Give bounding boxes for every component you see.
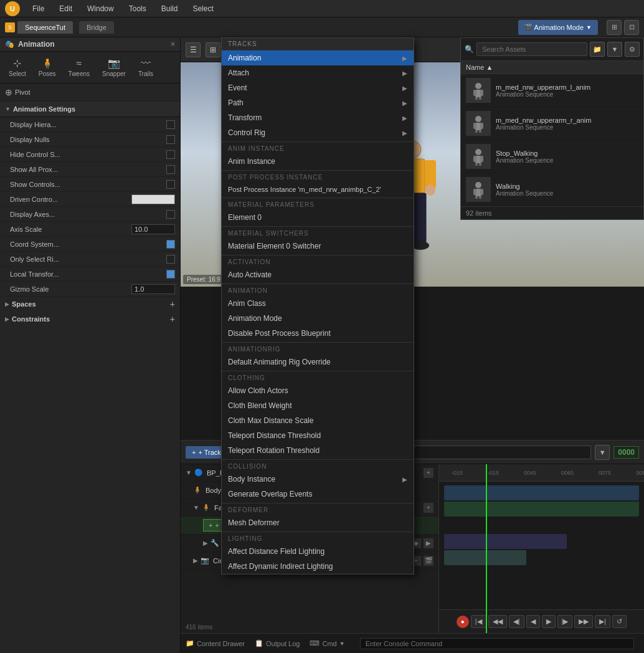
menu-teleport-rotation[interactable]: Teleport Rotation Threshold bbox=[222, 443, 414, 458]
gizmo-scale-input[interactable] bbox=[131, 284, 175, 294]
body-instance-arrow: ▶ bbox=[402, 476, 407, 483]
constraints-add-btn[interactable]: + bbox=[170, 314, 175, 324]
menu-tools[interactable]: Tools bbox=[126, 3, 149, 14]
menu-element-0[interactable]: Element 0 bbox=[222, 210, 414, 225]
menu-select[interactable]: Select bbox=[190, 3, 215, 14]
menu-window[interactable]: Window bbox=[85, 3, 116, 14]
play-start-btn[interactable]: |◀ bbox=[471, 615, 486, 628]
viewport-btn-2[interactable]: ⊡ bbox=[624, 20, 639, 35]
asset-item-3[interactable]: Walking Animation Sequence bbox=[461, 173, 643, 206]
separator-4 bbox=[222, 226, 414, 227]
material-params-header: MATERIAL PARAMETERS bbox=[222, 199, 414, 210]
attach-arrow: ▶ bbox=[402, 70, 407, 77]
menu-transform[interactable]: Transform ▶ bbox=[222, 110, 414, 125]
menu-edit[interactable]: Edit bbox=[57, 3, 75, 14]
asset-toolbar: 📁 ▼ ⚙ bbox=[590, 42, 640, 57]
add-track-btn-bpbryan[interactable]: + bbox=[424, 468, 433, 478]
asset-folder-btn[interactable]: 📁 bbox=[590, 42, 605, 57]
driven-control-input[interactable] bbox=[131, 194, 175, 204]
menu-material-switcher[interactable]: Material Element 0 Switcher bbox=[222, 239, 414, 254]
menu-attach[interactable]: Attach ▶ bbox=[222, 65, 414, 80]
local-transform-checkbox[interactable] bbox=[166, 270, 175, 279]
asset-item-0[interactable]: m_med_nrw_upperarm_l_anim Animation Sequ… bbox=[461, 74, 643, 107]
menu-path[interactable]: Path ▶ bbox=[222, 95, 414, 110]
menu-auto-activate[interactable]: Auto Activate bbox=[222, 267, 414, 282]
animation-toolbar: ⊹ Select 🧍 Poses ≈ Tweens 📷 Snapper 〰 Tr… bbox=[0, 52, 180, 83]
menu-animation-mode[interactable]: Animation Mode bbox=[222, 311, 414, 326]
asset-item-1[interactable]: m_med_nrw_upperarm_r_anim Animation Sequ… bbox=[461, 107, 643, 140]
tab-sequencetut[interactable]: SequenceTut bbox=[17, 21, 73, 34]
show-all-prox-label: Show All Prox... bbox=[10, 166, 166, 173]
grid-btn[interactable]: ⊞ bbox=[206, 42, 220, 57]
asset-search-input[interactable] bbox=[476, 42, 587, 56]
console-input[interactable] bbox=[360, 638, 634, 649]
select-icon: ⊹ bbox=[13, 57, 21, 69]
viewport-btn-1[interactable]: ⊞ bbox=[607, 20, 622, 35]
camera-film-btn[interactable]: 🎬 bbox=[424, 556, 433, 566]
record-button[interactable]: ● bbox=[457, 616, 469, 628]
add-track-btn-face[interactable]: + bbox=[424, 503, 433, 513]
menu-default-animating-rig[interactable]: Default Animating Rig Override bbox=[222, 355, 414, 369]
asset-filter-btn[interactable]: ▼ bbox=[607, 42, 622, 57]
name-header[interactable]: Name ▲ bbox=[466, 64, 493, 71]
menu-post-process[interactable]: Post Process Instance 'm_med_nrw_animbp_… bbox=[222, 183, 414, 196]
menu-generate-overlap[interactable]: Generate Overlap Events bbox=[222, 487, 414, 502]
output-log-btn[interactable]: 📋 Output Log bbox=[255, 639, 300, 647]
display-hierarchy-checkbox[interactable] bbox=[166, 120, 175, 129]
hamburger-btn[interactable]: ☰ bbox=[186, 42, 201, 57]
axis-scale-input[interactable] bbox=[131, 224, 175, 234]
menu-affect-distance-field[interactable]: Affect Distance Field Lighting bbox=[222, 544, 414, 559]
tab-bridge[interactable]: Bridge bbox=[79, 21, 114, 34]
prev-key-btn[interactable]: ◀◀ bbox=[488, 615, 507, 628]
animation-settings-section[interactable]: ▼ Animation Settings bbox=[0, 102, 180, 117]
close-button[interactable]: × bbox=[171, 40, 175, 49]
trails-tool[interactable]: 〰 Trails bbox=[135, 56, 157, 79]
only-select-checkbox[interactable] bbox=[166, 255, 175, 264]
menu-file[interactable]: File bbox=[30, 3, 47, 14]
track-bar-camera bbox=[444, 550, 526, 565]
menu-anim-class[interactable]: Anim Class bbox=[222, 296, 414, 311]
tweens-tool[interactable]: ≈ Tweens bbox=[65, 56, 93, 79]
snapper-tool[interactable]: 📷 Snapper bbox=[98, 55, 130, 79]
menu-event[interactable]: Event ▶ bbox=[222, 80, 414, 95]
menu-affect-dynamic-indirect[interactable]: Affect Dynamic Indirect Lighting bbox=[222, 559, 414, 574]
ruler-mark-5: 0075 bbox=[586, 470, 623, 476]
menu-build[interactable]: Build bbox=[159, 3, 181, 14]
hide-control-checkbox[interactable] bbox=[166, 150, 175, 159]
spaces-add-btn[interactable]: + bbox=[170, 299, 175, 309]
cmd-btn[interactable]: ⌨ Cmd ▼ bbox=[310, 639, 344, 647]
menu-cloth-max-distance[interactable]: Cloth Max Distance Scale bbox=[222, 413, 414, 428]
next-btn[interactable]: ▶ bbox=[542, 615, 556, 628]
prev-btn[interactable]: ◀ bbox=[526, 615, 540, 628]
menu-allow-cloth[interactable]: Allow Cloth Actors bbox=[222, 383, 414, 398]
asset-item-2[interactable]: Stop_Walking Animation Sequence bbox=[461, 140, 643, 173]
animation-mode-btn[interactable]: 🎬 Animation Mode ▼ bbox=[518, 20, 598, 35]
select-tool[interactable]: ⊹ Select bbox=[5, 55, 30, 79]
svg-rect-16 bbox=[479, 97, 481, 100]
display-nulls-checkbox[interactable] bbox=[166, 135, 175, 144]
next-frame-btn[interactable]: |▶ bbox=[557, 615, 573, 628]
chevron-icon: ▼ bbox=[5, 106, 11, 112]
display-axes-checkbox[interactable] bbox=[166, 210, 175, 219]
menu-animation[interactable]: Animation ▶ bbox=[222, 50, 414, 65]
show-controls-checkbox[interactable] bbox=[166, 180, 175, 189]
filter-button[interactable]: ▼ bbox=[595, 445, 610, 460]
menu-body-instance[interactable]: Body Instance ▶ bbox=[222, 472, 414, 487]
prev-frame-btn[interactable]: ◀| bbox=[509, 615, 524, 628]
show-all-prox-checkbox[interactable] bbox=[166, 165, 175, 174]
menu-control-rig[interactable]: Control Rig ▶ bbox=[222, 125, 414, 140]
coord-system-checkbox[interactable] bbox=[166, 240, 175, 249]
play-end-btn[interactable]: ▶| bbox=[595, 615, 610, 628]
content-drawer-btn[interactable]: 📁 Content Drawer bbox=[186, 639, 245, 647]
asset-settings-btn[interactable]: ⚙ bbox=[625, 42, 640, 57]
loop-btn[interactable]: ↺ bbox=[612, 615, 627, 628]
menu-mesh-deformer[interactable]: Mesh Deformer bbox=[222, 515, 414, 530]
ctrlrig-arrow-btn[interactable]: ▶ bbox=[424, 538, 433, 548]
menu-cloth-blend-weight[interactable]: Cloth Blend Weight bbox=[222, 398, 414, 413]
next-key-btn[interactable]: ▶▶ bbox=[574, 615, 593, 628]
menu-disable-post-process[interactable]: Disable Post Process Blueprint bbox=[222, 326, 414, 341]
poses-tool[interactable]: 🧍 Poses bbox=[35, 55, 60, 79]
menu-anim-instance[interactable]: Anim Instance bbox=[222, 154, 414, 169]
menu-teleport-distance[interactable]: Teleport Distance Threshold bbox=[222, 428, 414, 443]
svg-point-11 bbox=[475, 83, 481, 89]
